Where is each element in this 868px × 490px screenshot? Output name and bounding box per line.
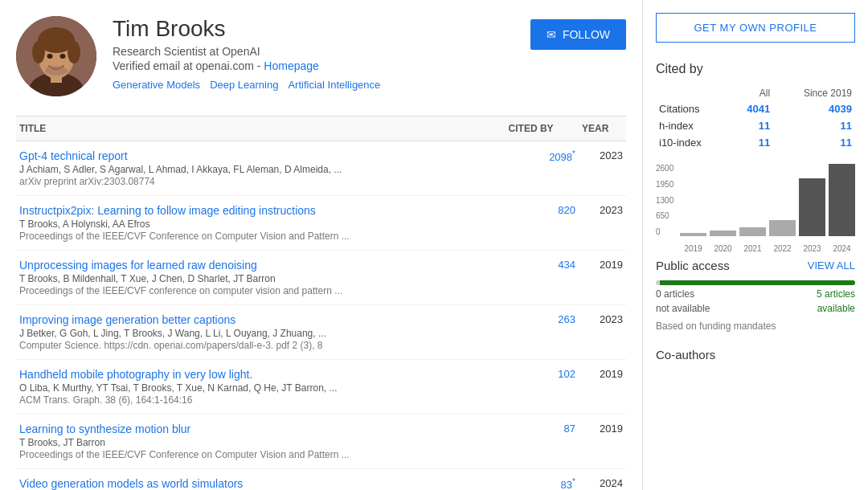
- follow-button[interactable]: ✉ FOLLOW: [530, 19, 626, 50]
- paper-cited-count: 87: [506, 414, 579, 469]
- paper-title-link[interactable]: Learning to synthesize motion blur: [19, 423, 502, 435]
- paper-venue: arXiv preprint arXiv:2303.08774: [19, 176, 502, 187]
- chart-bar: [680, 233, 706, 237]
- tag-deep-learning[interactable]: Deep Learning: [210, 79, 278, 91]
- paper-venue: Proceedings of the IEEE/CVF Conference o…: [19, 231, 502, 242]
- chart-year-label: 2021: [739, 244, 766, 253]
- cited-col-since: Since 2019: [773, 86, 855, 100]
- chart-bar: [799, 178, 825, 236]
- paper-authors: J Betker, G Goh, L Jing, T Brooks, J Wan…: [19, 328, 502, 339]
- citations-chart: 2600 1950 1300 650 0 2019202020212022202…: [656, 164, 855, 252]
- available-label: available: [817, 303, 855, 314]
- paper-year: 2019: [579, 414, 626, 469]
- table-row: Improving image generation better captio…: [16, 305, 626, 360]
- table-row: Unprocessing images for learned raw deno…: [16, 251, 626, 305]
- table-row: Gpt-4 technical report J Achiam, S Adler…: [16, 141, 626, 196]
- profile-email: Verified email at openai.com - Homepage: [113, 59, 530, 72]
- paper-authors: T Brooks, A Holynski, AA Efros: [19, 218, 502, 230]
- svg-point-5: [32, 41, 45, 63]
- available-bar: [660, 280, 855, 285]
- svg-point-7: [47, 54, 53, 59]
- paper-title-link[interactable]: Gpt-4 technical report: [19, 149, 502, 162]
- unavailable-label: not available: [656, 303, 710, 314]
- paper-authors: T Brooks, B Mildenhall, T Xue, J Chen, D…: [19, 273, 502, 284]
- chart-year-label: 2020: [710, 244, 736, 253]
- public-access-title: Public access: [656, 259, 730, 272]
- paper-year: 2024: [579, 469, 626, 491]
- funding-note: Based on funding mandates: [656, 321, 855, 332]
- chart-year-label: 2022: [769, 244, 796, 253]
- table-row: Video generation models as world simulat…: [16, 469, 626, 491]
- envelope-icon: ✉: [547, 28, 556, 41]
- papers-table: TITLE CITED BY YEAR Gpt-4 technical repo…: [16, 116, 626, 490]
- cited-col-all: All: [729, 86, 773, 100]
- paper-cited-count: 2098*: [506, 141, 579, 196]
- col-year: YEAR: [579, 116, 626, 141]
- profile-tags: Generative Models Deep Learning Artifici…: [113, 79, 530, 91]
- paper-venue: Proceedings of the IEEE/CVF conference o…: [19, 285, 502, 296]
- chart-bar: [710, 231, 736, 236]
- paper-title-link[interactable]: Instructpix2pix: Learning to follow imag…: [19, 204, 502, 217]
- col-title: TITLE: [16, 116, 506, 141]
- col-cited: CITED BY: [506, 116, 579, 141]
- avatar: [16, 16, 96, 96]
- unavailable-count: 0 articles: [656, 288, 694, 300]
- chart-year-label: 2023: [799, 244, 825, 253]
- cited-col-label: [656, 86, 729, 100]
- profile-name: Tim Brooks: [113, 16, 530, 42]
- paper-authors: J Achiam, S Adler, S Agarwal, L Ahmad, I…: [19, 164, 502, 175]
- cited-by-table: All Since 2019 Citations 4041 4039 h-ind…: [656, 86, 855, 151]
- paper-year: 2023: [579, 305, 626, 360]
- paper-cited-count: 434: [506, 251, 579, 305]
- paper-title-link[interactable]: Unprocessing images for learned raw deno…: [19, 259, 502, 272]
- chart-year-label: 2019: [680, 244, 706, 253]
- paper-venue: Proceedings of the IEEE/CVF Conference o…: [19, 449, 502, 460]
- paper-venue: ACM Trans. Graph. 38 (6), 164:1-164:16: [19, 394, 502, 406]
- public-access-section: Public access VIEW ALL: [656, 259, 855, 272]
- paper-title-link[interactable]: Improving image generation better captio…: [19, 313, 502, 326]
- svg-point-8: [60, 54, 66, 59]
- paper-year: 2019: [579, 360, 626, 414]
- table-row: Learning to synthesize motion blur T Bro…: [16, 414, 626, 469]
- chart-bar: [739, 227, 766, 236]
- cited-by-row: h-index 11 11: [656, 117, 855, 134]
- paper-cited-count: 820: [506, 196, 579, 251]
- access-bar-container: 0 articles 5 articles not available avai…: [656, 280, 855, 314]
- chart-bar: [829, 164, 855, 236]
- paper-venue: Computer Science. https://cdn. openai.co…: [19, 340, 502, 351]
- paper-title-link[interactable]: Handheld mobile photography in very low …: [19, 368, 502, 381]
- homepage-link[interactable]: Homepage: [264, 59, 319, 72]
- profile-info: Tim Brooks Research Scientist at OpenAI …: [113, 16, 530, 91]
- paper-cited-count: 83*: [506, 469, 579, 491]
- svg-point-9: [45, 66, 68, 76]
- table-row: Handheld mobile photography in very low …: [16, 360, 626, 414]
- table-row: Instructpix2pix: Learning to follow imag…: [16, 196, 626, 251]
- paper-cited-count: 263: [506, 305, 579, 360]
- chart-year-label: 2024: [829, 244, 855, 253]
- svg-point-6: [68, 41, 80, 63]
- view-all-link[interactable]: VIEW ALL: [808, 259, 855, 272]
- available-count: 5 articles: [817, 288, 855, 300]
- paper-year: 2023: [579, 196, 626, 251]
- paper-authors: O Liba, K Murthy, YT Tsai, T Brooks, T X…: [19, 382, 502, 394]
- paper-year: 2019: [579, 251, 626, 305]
- cited-by-row: Citations 4041 4039: [656, 100, 855, 117]
- profile-title: Research Scientist at OpenAI: [113, 45, 530, 58]
- tag-generative-models[interactable]: Generative Models: [113, 79, 200, 91]
- cited-by-row: i10-index 11 11: [656, 134, 855, 151]
- chart-bar: [769, 220, 796, 236]
- paper-year: 2023: [579, 141, 626, 196]
- paper-authors: T Brooks, JT Barron: [19, 437, 502, 448]
- get-profile-button[interactable]: GET MY OWN PROFILE: [656, 13, 855, 43]
- access-bar: [656, 280, 855, 285]
- paper-title-link[interactable]: Video generation models as world simulat…: [19, 477, 502, 490]
- cited-by-title: Cited by: [656, 62, 855, 76]
- co-authors-title: Co-authors: [656, 348, 855, 361]
- paper-cited-count: 102: [506, 360, 579, 414]
- tag-ai[interactable]: Artificial Intelligence: [288, 79, 380, 91]
